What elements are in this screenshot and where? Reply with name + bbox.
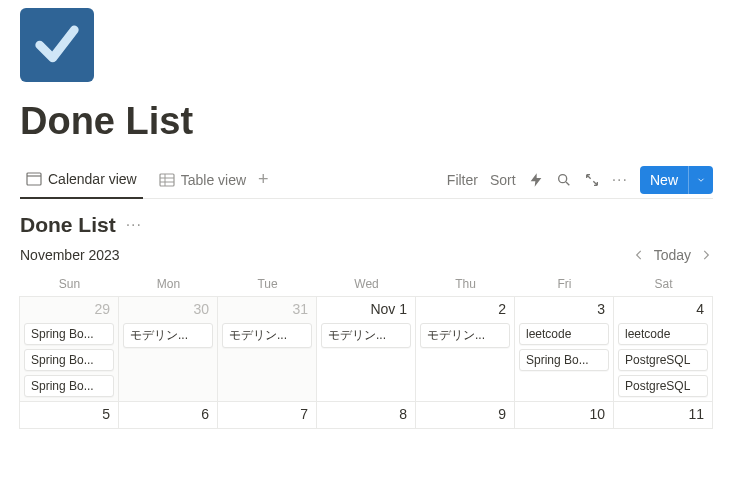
expand-icon[interactable] xyxy=(584,172,600,188)
day-number: 31 xyxy=(292,301,308,317)
calendar-event[interactable]: PostgreSQL xyxy=(618,375,708,397)
calendar-event[interactable]: モデリン... xyxy=(420,323,510,348)
dow-label: Wed xyxy=(317,271,416,297)
calendar-event[interactable]: Spring Bo... xyxy=(24,375,114,397)
more-icon[interactable]: ··· xyxy=(612,171,628,189)
new-button-label: New xyxy=(640,172,688,188)
calendar-week-row: 567891011 xyxy=(20,402,713,429)
day-number: 5 xyxy=(102,406,110,422)
dow-label: Sat xyxy=(614,271,713,297)
day-number: 3 xyxy=(597,301,605,317)
day-number: 7 xyxy=(300,406,308,422)
page-title[interactable]: Done List xyxy=(20,100,713,143)
calendar-cell[interactable]: 9 xyxy=(415,401,515,429)
view-tabs: Calendar view Table view + Filter Sort ·… xyxy=(20,161,713,199)
calendar-cell[interactable]: 5 xyxy=(19,401,119,429)
svg-point-6 xyxy=(558,174,566,182)
bolt-icon[interactable] xyxy=(528,172,544,188)
day-number: 30 xyxy=(193,301,209,317)
calendar-cell[interactable]: 7 xyxy=(217,401,317,429)
day-of-week-header: SunMonTueWedThuFriSat xyxy=(20,271,713,297)
next-month-button[interactable] xyxy=(699,248,713,262)
calendar-cell[interactable]: 30モデリン... xyxy=(118,296,218,402)
tab-table-view[interactable]: Table view xyxy=(153,161,252,199)
day-number: 10 xyxy=(589,406,605,422)
calendar-cell[interactable]: 10 xyxy=(514,401,614,429)
day-number: 29 xyxy=(94,301,110,317)
calendar-cell[interactable]: 6 xyxy=(118,401,218,429)
dow-label: Tue xyxy=(218,271,317,297)
dow-label: Thu xyxy=(416,271,515,297)
database-title[interactable]: Done List xyxy=(20,213,116,237)
tab-calendar-view[interactable]: Calendar view xyxy=(20,161,143,199)
calendar-event[interactable]: モデリン... xyxy=(321,323,411,348)
day-number: Nov 1 xyxy=(370,301,407,317)
day-number: 9 xyxy=(498,406,506,422)
calendar-event[interactable]: モデリン... xyxy=(123,323,213,348)
calendar-cell[interactable]: 2モデリン... xyxy=(415,296,515,402)
day-number: 2 xyxy=(498,301,506,317)
calendar-event[interactable]: leetcode xyxy=(618,323,708,345)
calendar-cell[interactable]: 31モデリン... xyxy=(217,296,317,402)
calendar-cell[interactable]: 8 xyxy=(316,401,416,429)
add-view-button[interactable]: + xyxy=(252,169,275,190)
calendar-cell[interactable]: 11 xyxy=(613,401,713,429)
calendar-event[interactable]: Spring Bo... xyxy=(519,349,609,371)
calendar-event[interactable]: leetcode xyxy=(519,323,609,345)
filter-button[interactable]: Filter xyxy=(447,172,478,188)
dow-label: Sun xyxy=(20,271,119,297)
svg-rect-2 xyxy=(160,174,174,186)
calendar-event[interactable]: モデリン... xyxy=(222,323,312,348)
day-number: 6 xyxy=(201,406,209,422)
prev-month-button[interactable] xyxy=(632,248,646,262)
calendar-cell[interactable]: 29Spring Bo...Spring Bo...Spring Bo... xyxy=(19,296,119,402)
calendar-event[interactable]: Spring Bo... xyxy=(24,349,114,371)
calendar-cell[interactable]: 3leetcodeSpring Bo... xyxy=(514,296,614,402)
new-button-caret[interactable] xyxy=(688,166,713,194)
svg-line-7 xyxy=(566,182,569,185)
day-number: 4 xyxy=(696,301,704,317)
today-button[interactable]: Today xyxy=(654,247,691,263)
calendar-cell[interactable]: Nov 1モデリン... xyxy=(316,296,416,402)
calendar-week-row: 29Spring Bo...Spring Bo...Spring Bo...30… xyxy=(20,297,713,402)
new-button[interactable]: New xyxy=(640,166,713,194)
page-icon[interactable] xyxy=(20,8,94,82)
day-number: 8 xyxy=(399,406,407,422)
tab-label: Table view xyxy=(181,172,246,188)
tab-label: Calendar view xyxy=(48,171,137,187)
sort-button[interactable]: Sort xyxy=(490,172,516,188)
svg-rect-0 xyxy=(27,173,41,185)
calendar-month-label: November 2023 xyxy=(20,247,120,263)
search-icon[interactable] xyxy=(556,172,572,188)
calendar-event[interactable]: PostgreSQL xyxy=(618,349,708,371)
calendar-event[interactable]: Spring Bo... xyxy=(24,323,114,345)
database-more-icon[interactable]: ··· xyxy=(126,216,142,234)
day-number: 11 xyxy=(688,406,704,422)
dow-label: Mon xyxy=(119,271,218,297)
calendar-cell[interactable]: 4leetcodePostgreSQLPostgreSQL xyxy=(613,296,713,402)
dow-label: Fri xyxy=(515,271,614,297)
